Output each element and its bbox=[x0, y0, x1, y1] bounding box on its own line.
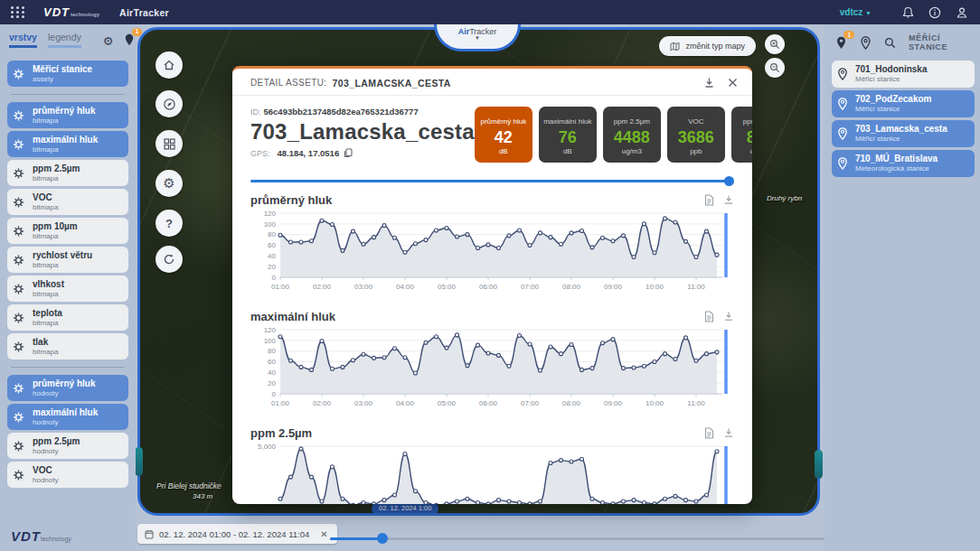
left-panel-drag-handle[interactable] bbox=[135, 447, 143, 476]
layer-item[interactable]: ppm 10µmbitmapa bbox=[7, 218, 128, 244]
layer-pin-icon bbox=[13, 167, 25, 180]
download-icon[interactable] bbox=[703, 77, 715, 89]
svg-text:20: 20 bbox=[268, 263, 276, 271]
station-pin-icon bbox=[837, 68, 849, 80]
help-button[interactable]: ? bbox=[155, 210, 183, 237]
tab-legendy[interactable]: legendy bbox=[48, 32, 81, 48]
home-button[interactable] bbox=[155, 51, 183, 79]
layer-item[interactable]: VOCbitmapa bbox=[7, 189, 128, 215]
right-panel-drag-handle[interactable] bbox=[815, 450, 823, 479]
svg-text:03:00: 03:00 bbox=[354, 399, 373, 407]
layer-pin-icon bbox=[13, 68, 25, 80]
modal-header-label: DETAIL ASSETU: bbox=[250, 78, 327, 88]
stat-unit: ug/m3 bbox=[750, 147, 752, 155]
layer-item[interactable]: maximální hlukhodnoty bbox=[7, 404, 128, 430]
stat-label: maximální hluk bbox=[543, 114, 591, 129]
airtracker-app: VDTtechnology AirTracker vdtcz ▼ Druhý r… bbox=[0, 0, 980, 551]
layer-item[interactable]: ppm 2.5µmhodnoty bbox=[7, 433, 128, 459]
layer-pin-icon bbox=[13, 138, 25, 151]
layers-grid-button[interactable] bbox=[155, 130, 183, 157]
close-icon[interactable] bbox=[728, 78, 738, 88]
profile-icon[interactable] bbox=[955, 5, 969, 20]
svg-text:06:00: 06:00 bbox=[479, 283, 498, 291]
layer-item[interactable]: teplotabitmapa bbox=[7, 304, 128, 331]
stat-label: průměrný hluk bbox=[480, 114, 526, 129]
stat-card[interactable]: ppm 2.5µm4488ug/m3 bbox=[603, 107, 661, 163]
chart-svg[interactable]: 02040608010012001:0002:0003:0004:0005:00… bbox=[250, 325, 734, 416]
layer-title: maximální hluk bbox=[33, 407, 98, 418]
detail-time-slider[interactable] bbox=[250, 175, 734, 186]
timeline-slider-thumb[interactable] bbox=[377, 533, 388, 544]
chart-svg[interactable]: 05,00001:0002:0003:0004:0005:0006:0007:0… bbox=[250, 442, 734, 504]
detail-time-slider-thumb[interactable] bbox=[724, 176, 734, 186]
layer-subtitle: bitmapa bbox=[33, 348, 58, 356]
station-item[interactable]: 710_MÚ_BratislavaMeteorologická stanice bbox=[832, 150, 975, 177]
svg-text:04:00: 04:00 bbox=[396, 399, 415, 407]
layers-pin-icon[interactable]: 1 bbox=[124, 33, 135, 48]
station-item[interactable]: 702_PodZecakomMěřicí stanice bbox=[832, 90, 975, 117]
zoom-out-button[interactable] bbox=[765, 58, 785, 78]
clear-date-icon[interactable]: ✕ bbox=[318, 529, 329, 539]
layer-settings-gear-icon[interactable]: ⚙ bbox=[103, 35, 114, 47]
calendar-icon bbox=[145, 529, 154, 539]
station-type: Měřicí stanice bbox=[855, 105, 932, 114]
zoom-in-button[interactable] bbox=[765, 34, 785, 54]
chart-download-icon[interactable] bbox=[723, 427, 734, 439]
layer-item[interactable]: Měřicí staniceassety bbox=[7, 61, 128, 87]
stations-pin-outline-icon[interactable] bbox=[860, 36, 872, 50]
layer-item[interactable]: tlakbitmapa bbox=[7, 333, 128, 360]
stat-card[interactable]: maximální hluk76dB bbox=[539, 107, 597, 163]
notifications-bell-icon[interactable] bbox=[900, 5, 915, 20]
layer-item[interactable]: rychlost větrubitmapa bbox=[7, 247, 128, 273]
chart-svg[interactable]: 02040608010012001:0002:0003:0004:0005:00… bbox=[250, 209, 734, 299]
layer-item[interactable]: maximální hlukbitmapa bbox=[7, 131, 128, 157]
asset-title: 703_Lamacska_cesta bbox=[250, 119, 475, 145]
stat-card[interactable]: VOC3686ppb bbox=[667, 107, 725, 163]
chart-download-icon[interactable] bbox=[723, 194, 734, 206]
chart-data-table-icon[interactable] bbox=[704, 427, 714, 439]
layer-item[interactable]: VOChodnoty bbox=[7, 462, 128, 488]
chart-data-table-icon[interactable] bbox=[704, 194, 714, 206]
copy-icon[interactable] bbox=[344, 148, 353, 158]
station-name: 701_Hodoninska bbox=[855, 64, 927, 75]
layer-item[interactable]: vlhkostbitmapa bbox=[7, 276, 128, 302]
chart-section: maximální hluk02040608010012001:0002:000… bbox=[250, 310, 734, 419]
station-type: Měřicí stanice bbox=[855, 75, 927, 84]
change-map-type-button[interactable]: změnit typ mapy bbox=[659, 36, 756, 56]
layer-pin-icon bbox=[13, 469, 25, 481]
search-icon[interactable] bbox=[884, 37, 896, 49]
station-pin-icon bbox=[837, 157, 849, 170]
chart-download-icon[interactable] bbox=[723, 311, 734, 322]
date-range-picker[interactable]: 02. 12. 2024 01:00 - 02. 12. 2024 11:04 … bbox=[137, 524, 337, 544]
station-item[interactable]: 703_Lamacska_cestaMěřicí stanice bbox=[832, 120, 975, 147]
stations-pin-icon[interactable]: 1 bbox=[835, 36, 847, 50]
svg-text:06:00: 06:00 bbox=[479, 399, 498, 407]
app-grid-icon[interactable] bbox=[11, 6, 25, 18]
svg-text:02:00: 02:00 bbox=[313, 283, 332, 291]
layer-pin-icon bbox=[13, 382, 25, 395]
layer-item[interactable]: ppm 2.5µmbitmapa bbox=[7, 160, 128, 186]
airtracker-map-tab[interactable]: AirTracker ▼ bbox=[434, 24, 521, 51]
svg-text:02:00: 02:00 bbox=[313, 399, 332, 407]
user-menu[interactable]: vdtcz ▼ bbox=[840, 7, 872, 17]
reset-view-button[interactable] bbox=[155, 246, 183, 273]
svg-text:100: 100 bbox=[264, 220, 277, 229]
stat-label: VOC bbox=[688, 114, 703, 129]
map-place-label: Druhý rybn bbox=[767, 194, 802, 202]
settings-gear-button[interactable]: ⚙ bbox=[155, 170, 183, 197]
timeline-time-tooltip: 02. 12. 2024 1:00 bbox=[372, 502, 438, 515]
layer-item[interactable]: průměrný hlukhodnoty bbox=[7, 375, 128, 401]
layer-item[interactable]: průměrný hlukbitmapa bbox=[7, 102, 128, 128]
svg-text:07:00: 07:00 bbox=[521, 283, 540, 291]
svg-text:08:00: 08:00 bbox=[562, 399, 581, 407]
chart-data-table-icon[interactable] bbox=[704, 311, 714, 322]
stat-card[interactable]: ppm 10µm857ug/m3 bbox=[731, 107, 752, 163]
map-icon bbox=[670, 42, 680, 51]
station-item[interactable]: 701_HodoninskaMěřicí stanice bbox=[832, 61, 975, 88]
info-icon[interactable] bbox=[928, 5, 942, 20]
compass-button[interactable] bbox=[155, 90, 183, 117]
chart-title: ppm 2.5µm bbox=[250, 426, 312, 440]
tab-vrstvy[interactable]: vrstvy bbox=[9, 32, 37, 48]
stat-card[interactable]: průměrný hluk42dB bbox=[475, 107, 532, 163]
layer-pin-icon bbox=[13, 440, 25, 453]
